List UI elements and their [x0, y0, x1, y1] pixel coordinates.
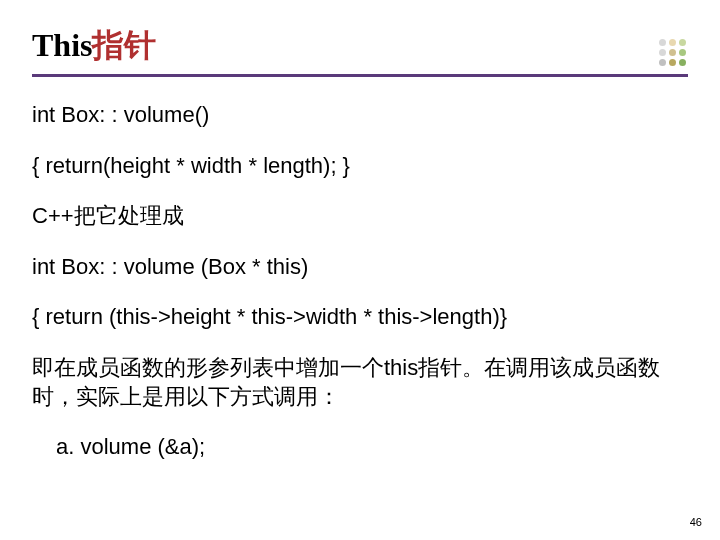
dot-icon	[659, 49, 666, 56]
title-cn: 指针	[92, 27, 156, 63]
dot-icon	[659, 59, 666, 66]
code-line: a. volume (&a);	[32, 433, 688, 462]
dot-icon	[669, 49, 676, 56]
page-number: 46	[690, 516, 702, 528]
dot-row	[659, 59, 686, 66]
decoration-dots	[659, 39, 686, 66]
slide-container: This指针 int Box: : volume() { return(heig…	[0, 0, 720, 462]
content-body: int Box: : volume() { return(height * wi…	[32, 101, 688, 462]
dot-icon	[679, 59, 686, 66]
code-line: { return (this->height * this->width * t…	[32, 303, 688, 332]
dot-icon	[659, 39, 666, 46]
dot-icon	[679, 49, 686, 56]
dot-icon	[669, 59, 676, 66]
code-line: int Box: : volume (Box * this)	[32, 253, 688, 282]
code-line: { return(height * width * length); }	[32, 152, 688, 181]
title-row: This指针	[32, 24, 688, 77]
dot-row	[659, 39, 686, 46]
text-line: 即在成员函数的形参列表中增加一个this指针。在调用该成员函数时，实际上是用以下…	[32, 354, 688, 411]
dot-icon	[669, 39, 676, 46]
dot-icon	[679, 39, 686, 46]
title-this: This	[32, 27, 92, 63]
slide-title: This指针	[32, 24, 156, 68]
dot-row	[659, 49, 686, 56]
text-line: C++把它处理成	[32, 202, 688, 231]
code-line: int Box: : volume()	[32, 101, 688, 130]
